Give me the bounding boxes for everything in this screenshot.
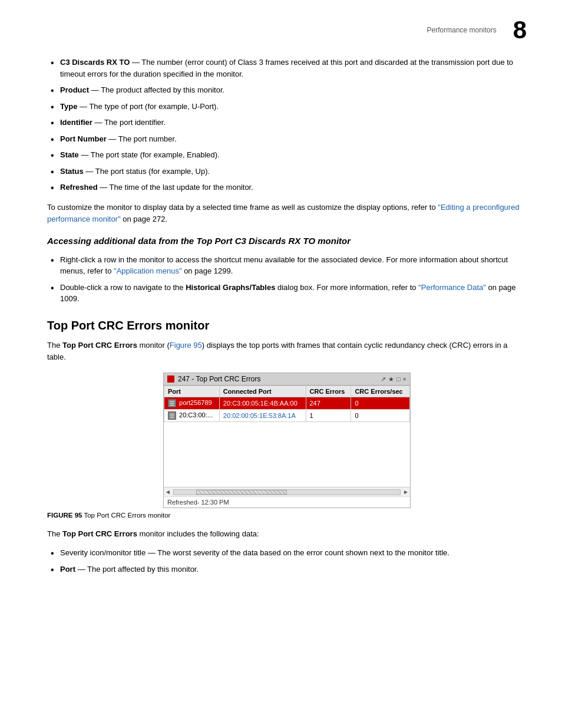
historical-graphs-term: Historical Graphs/Tables xyxy=(186,283,275,292)
bottom-intro-before: The xyxy=(47,529,62,538)
term-desc: The product affected by this monitor. xyxy=(101,85,224,94)
page-container: Performance monitors 8 C3 Discards RX TO… xyxy=(0,0,562,728)
cell-crc-errors-sec: 0 xyxy=(351,410,410,422)
term-separator: — xyxy=(91,85,101,94)
term-separator: — xyxy=(80,102,89,111)
figure-caption: FIGURE 95 Top Port CRC Errors monitor xyxy=(47,512,527,519)
scroll-track[interactable] xyxy=(173,489,401,495)
intro-text-after: on page 272. xyxy=(121,215,168,223)
scroll-right-arrow[interactable]: ► xyxy=(403,489,409,495)
monitor-title-icons: ↗ ★ □ × xyxy=(381,375,406,383)
term-separator: — xyxy=(108,134,118,143)
col-connected-port: Connected Port xyxy=(219,386,306,397)
term-product: Product xyxy=(60,85,89,94)
main-intro-before-bold: The xyxy=(47,341,62,350)
list-item: Port Number — The port number. xyxy=(47,133,527,145)
monitor-severity-icon xyxy=(167,375,174,383)
connected-port-link[interactable]: 20:C3:00:05:1E:4B:AA:00 xyxy=(223,400,297,407)
term-desc: The port state (for example, Enabled). xyxy=(91,150,220,159)
port-value: 20:C3:00:... xyxy=(179,411,213,419)
refreshed-text: Refreshed- 12:30 PM xyxy=(167,499,229,506)
term-desc: The port number. xyxy=(118,134,177,143)
term-refreshed: Refreshed xyxy=(60,183,98,192)
list-item: Identifier — The port identifier. xyxy=(47,117,527,129)
bottom-bullet-1: Severity icon/monitor title — The worst … xyxy=(60,548,449,557)
list-item: State — The port state (for example, Ena… xyxy=(47,149,527,161)
sub-bullet-2-before: Double-click a row to navigate to the xyxy=(60,283,186,292)
chapter-number: 8 xyxy=(513,18,527,42)
list-item: Type — The type of port (for example, U-… xyxy=(47,101,527,113)
application-menus-link[interactable]: "Application menus" xyxy=(114,266,181,275)
list-item: Product — The product affected by this m… xyxy=(47,84,527,96)
cell-connected-port: 20:02:00:05:1E:53:8A:1A xyxy=(219,410,306,422)
term-separator: — xyxy=(100,183,109,192)
term-desc: The port identifier. xyxy=(104,118,166,127)
port-icon: ☰ xyxy=(168,399,176,407)
table-row[interactable]: ☰ port256789 20:C3:00:05:1E:4B:AA:00 247… xyxy=(164,397,410,410)
crc-errors-value: 247 xyxy=(310,400,320,407)
cell-port: ☰ 20:C3:00:... xyxy=(164,410,220,422)
resize-icon[interactable]: ↗ xyxy=(381,375,386,383)
figure-caption-text: Top Port CRC Errors monitor xyxy=(84,512,170,519)
intro-text-before: To customize the monitor to display data… xyxy=(47,203,438,212)
cell-crc-errors: 247 xyxy=(306,397,351,410)
minimize-icon[interactable]: □ xyxy=(396,375,401,383)
scroll-thumb[interactable] xyxy=(196,490,287,495)
connected-port-link[interactable]: 20:02:00:05:1E:53:8A:1A xyxy=(223,412,296,419)
monitor-title-text: 247 - Top Port CRC Errors xyxy=(178,375,261,383)
figure-95-link[interactable]: Figure 95 xyxy=(170,341,202,350)
list-item: Right-click a row in the monitor to acce… xyxy=(47,254,527,277)
subsection-bullet-list: Right-click a row in the monitor to acce… xyxy=(47,254,527,305)
star-icon[interactable]: ★ xyxy=(388,375,394,383)
sub-bullet-1-after: on page 1299. xyxy=(182,266,233,275)
table-header-row: Port Connected Port CRC Errors CRC Error… xyxy=(164,386,410,397)
term-separator: — xyxy=(85,167,95,176)
monitor-titlebar: 247 - Top Port CRC Errors ↗ ★ □ × xyxy=(164,373,410,386)
term-state: State xyxy=(60,150,79,159)
monitor-table: Port Connected Port CRC Errors CRC Error… xyxy=(164,386,410,422)
cell-crc-errors-sec: 0 xyxy=(351,397,410,410)
figure-label: FIGURE 95 xyxy=(47,512,82,519)
monitor-footer: Refreshed- 12:30 PM xyxy=(164,496,410,508)
col-crc-errors-sec: CRC Errors/sec xyxy=(351,386,410,397)
term-port-number: Port Number xyxy=(60,134,107,143)
main-intro-paragraph: The Top Port CRC Errors monitor (Figure … xyxy=(47,340,527,363)
bottom-intro-after: monitor includes the following data: xyxy=(137,529,259,538)
monitor-window: 247 - Top Port CRC Errors ↗ ★ □ × Port C… xyxy=(163,373,411,508)
main-intro-before-link: monitor ( xyxy=(137,341,170,350)
col-port: Port xyxy=(164,386,220,397)
bottom-bullet-2-after: — The port affected by this monitor. xyxy=(78,565,199,574)
list-item: C3 Discards RX TO — The number (error co… xyxy=(47,57,527,80)
port-icon: ☰ xyxy=(168,411,176,420)
list-item: Status — The port status (for example, U… xyxy=(47,166,527,177)
table-row[interactable]: ☰ 20:C3:00:... 20:02:00:05:1E:53:8A:1A 1… xyxy=(164,410,410,422)
bottom-bullet-list: Severity icon/monitor title — The worst … xyxy=(47,547,527,575)
term-type: Type xyxy=(60,102,77,111)
term-c3-discards: C3 Discards RX TO xyxy=(60,58,130,67)
term-status: Status xyxy=(60,167,84,176)
term-separator: — xyxy=(81,150,90,159)
term-desc: The time of the last update for the moni… xyxy=(110,183,253,192)
scroll-left-arrow[interactable]: ◄ xyxy=(165,489,171,495)
header-right: Performance monitors 8 xyxy=(427,18,527,42)
page-header: Performance monitors 8 xyxy=(47,18,527,42)
cell-crc-errors: 1 xyxy=(306,410,351,422)
bottom-bold-term: Top Port CRC Errors xyxy=(62,529,137,538)
close-icon[interactable]: × xyxy=(403,375,406,383)
cell-port: ☰ port256789 xyxy=(164,397,220,410)
list-item: Port — The port affected by this monitor… xyxy=(47,564,527,575)
bottom-intro-paragraph: The Top Port CRC Errors monitor includes… xyxy=(47,528,527,540)
intro-paragraph: To customize the monitor to display data… xyxy=(47,202,527,225)
horizontal-scrollbar[interactable]: ◄ ► xyxy=(164,487,410,496)
term-separator: — xyxy=(95,118,104,127)
list-item: Severity icon/monitor title — The worst … xyxy=(47,547,527,559)
monitor-empty-area xyxy=(164,422,410,487)
performance-data-link[interactable]: "Performance Data" xyxy=(418,283,486,292)
monitor-title-left: 247 - Top Port CRC Errors xyxy=(167,375,261,383)
top-bullet-list: C3 Discards RX TO — The number (error co… xyxy=(47,57,527,193)
subsection-heading: Accessing additional data from the Top P… xyxy=(47,236,527,246)
main-section-heading: Top Port CRC Errors monitor xyxy=(47,319,527,332)
list-item: Double-click a row to navigate to the Hi… xyxy=(47,282,527,305)
top-port-crc-term: Top Port CRC Errors xyxy=(62,341,137,350)
cell-connected-port: 20:C3:00:05:1E:4B:AA:00 xyxy=(219,397,306,410)
